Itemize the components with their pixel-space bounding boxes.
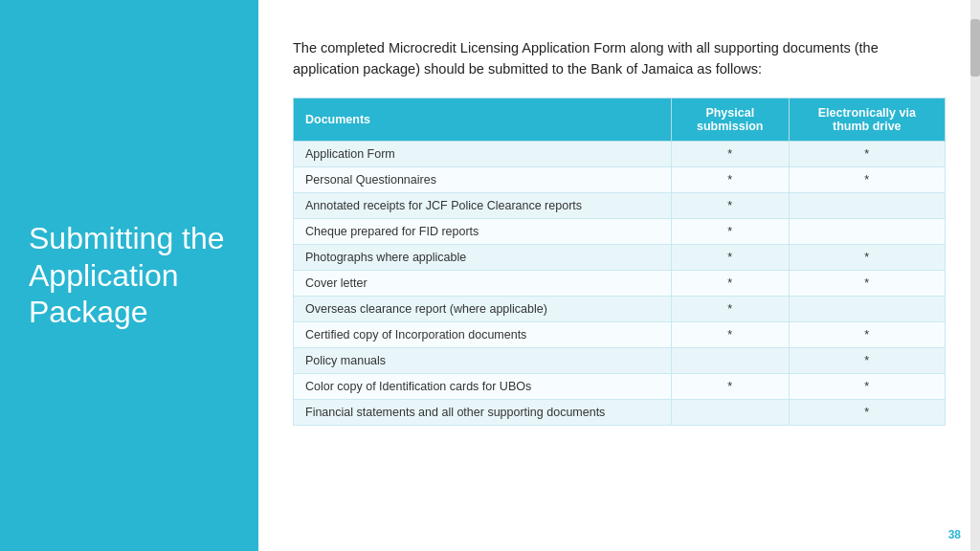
cell-physical: * <box>671 270 789 296</box>
table-row: Financial statements and all other suppo… <box>294 399 946 425</box>
cell-physical: * <box>671 373 789 399</box>
table-header-row: Documents Physical submission Electronic… <box>294 98 946 141</box>
table-row: Color copy of Identification cards for U… <box>294 373 946 399</box>
header-documents: Documents <box>294 98 672 141</box>
cell-electronic <box>789 192 945 218</box>
cell-document: Personal Questionnaires <box>294 166 672 192</box>
header-electronic: Electronically via thumb drive <box>789 98 945 141</box>
cell-document: Financial statements and all other suppo… <box>294 399 672 425</box>
cell-physical: * <box>671 166 789 192</box>
cell-physical: * <box>671 321 789 347</box>
sidebar-title: Submitting the Application Package <box>29 220 230 330</box>
cell-physical <box>671 347 789 373</box>
cell-physical <box>671 399 789 425</box>
cell-electronic: * <box>789 270 945 296</box>
scrollbar-thumb[interactable] <box>970 19 980 77</box>
main-content: The completed Microcredit Licensing Appl… <box>258 0 980 551</box>
cell-physical: * <box>671 192 789 218</box>
cell-electronic: * <box>789 373 945 399</box>
cell-document: Policy manuals <box>294 347 672 373</box>
table-body: Application Form**Personal Questionnaire… <box>294 141 946 425</box>
page-number: 38 <box>948 528 961 541</box>
table-row: Annotated receipts for JCF Police Cleara… <box>294 192 946 218</box>
table-row: Overseas clearance report (where applica… <box>294 296 946 321</box>
cell-document: Overseas clearance report (where applica… <box>294 296 672 321</box>
cell-document: Annotated receipts for JCF Police Cleara… <box>294 192 672 218</box>
cell-electronic <box>789 218 945 244</box>
table-row: Application Form** <box>294 141 946 166</box>
table-row: Cover letter** <box>294 270 946 296</box>
intro-paragraph: The completed Microcredit Licensing Appl… <box>293 38 944 80</box>
cell-electronic <box>789 296 945 321</box>
cell-electronic: * <box>789 166 945 192</box>
cell-document: Cheque prepared for FID reports <box>294 218 672 244</box>
table-row: Policy manuals* <box>294 347 946 373</box>
cell-physical: * <box>671 296 789 321</box>
cell-physical: * <box>671 244 789 270</box>
cell-electronic: * <box>789 141 945 166</box>
table-row: Cheque prepared for FID reports* <box>294 218 946 244</box>
sidebar: Submitting the Application Package <box>0 0 258 551</box>
cell-document: Application Form <box>294 141 672 166</box>
cell-document: Color copy of Identification cards for U… <box>294 373 672 399</box>
table-row: Personal Questionnaires** <box>294 166 946 192</box>
cell-electronic: * <box>789 399 945 425</box>
header-physical: Physical submission <box>671 98 789 141</box>
cell-electronic: * <box>789 321 945 347</box>
scrollbar[interactable] <box>970 0 980 551</box>
cell-document: Photographs where applicable <box>294 244 672 270</box>
cell-electronic: * <box>789 244 945 270</box>
table-row: Certified copy of Incorporation document… <box>294 321 946 347</box>
cell-document: Certified copy of Incorporation document… <box>294 321 672 347</box>
cell-electronic: * <box>789 347 945 373</box>
table-row: Photographs where applicable** <box>294 244 946 270</box>
cell-document: Cover letter <box>294 270 672 296</box>
cell-physical: * <box>671 218 789 244</box>
documents-table: Documents Physical submission Electronic… <box>293 98 946 426</box>
cell-physical: * <box>671 141 789 166</box>
